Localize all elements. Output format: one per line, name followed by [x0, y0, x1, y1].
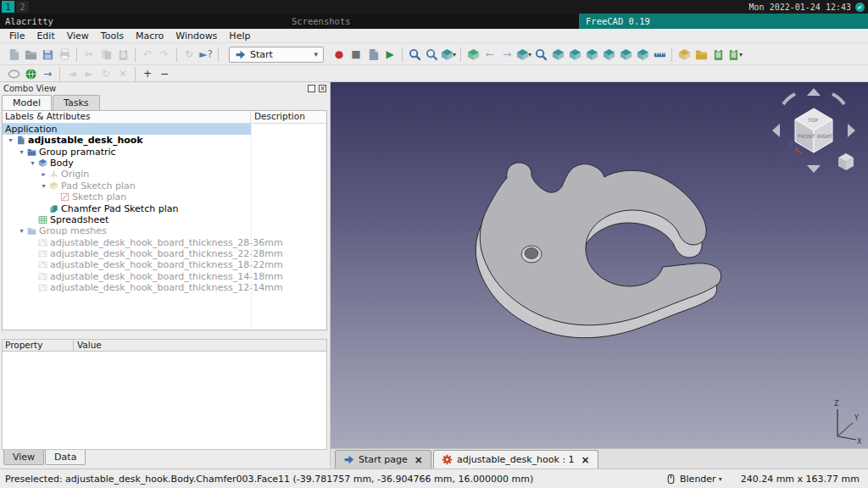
whats-this-button[interactable]: ►? — [198, 46, 214, 63]
view-previous-button[interactable]: ← — [481, 46, 498, 63]
start-page-link-button[interactable]: → — [39, 66, 56, 82]
navcube-arrow-up[interactable] — [807, 88, 821, 96]
view-rear-button[interactable] — [600, 46, 617, 63]
combo-tab-model[interactable]: Model — [2, 95, 52, 110]
menu-windows[interactable]: Windows — [170, 30, 223, 42]
open-document-button[interactable] — [22, 46, 39, 63]
tree-item[interactable]: ▾Body — [3, 158, 326, 169]
menu-tools[interactable]: Tools — [95, 30, 130, 42]
view-right-button[interactable] — [583, 46, 600, 63]
tree-expander-icon[interactable]: ▾ — [28, 159, 37, 167]
zoom-in-button[interactable] — [532, 46, 549, 63]
view-group-button[interactable]: ▾ — [515, 46, 532, 63]
tree-expander-icon[interactable]: ▾ — [17, 227, 26, 235]
folder-icon — [695, 48, 708, 61]
menu-view[interactable]: View — [61, 30, 95, 42]
create-part-button[interactable] — [676, 46, 693, 63]
view-next-button[interactable]: → — [498, 46, 515, 63]
fit-all-button[interactable] — [406, 46, 423, 63]
tree-item[interactable]: adjustable_desk_hook_board_thickness_28-… — [3, 237, 326, 248]
cube-icon — [678, 48, 691, 61]
folder-icon — [27, 147, 36, 157]
draft-ellipse-button[interactable] — [5, 66, 22, 82]
menu-edit[interactable]: Edit — [31, 30, 60, 42]
tree-item[interactable]: ▾Group meshes — [3, 225, 326, 236]
tree-item[interactable]: adjustable_desk_hook_board_thickness_18-… — [3, 259, 326, 270]
tree-item[interactable]: adjustable_desk_hook_board_thickness_14-… — [3, 271, 326, 282]
navcube-cube[interactable]: TOP FRONT RIGHT — [795, 108, 833, 152]
tree-item[interactable]: ▾adjustable_desk_hook — [3, 135, 326, 146]
tree-item[interactable]: adjustable_desk_hook_board_thickness_12-… — [3, 282, 326, 293]
navcube-rotate-left-icon[interactable] — [783, 94, 795, 104]
navcube-arrow-right[interactable] — [848, 124, 855, 137]
status-bar: Preselected: adjustable_desk_hook.Body.C… — [0, 469, 868, 488]
property-tab-data[interactable]: Data — [45, 450, 86, 465]
screw-hole[interactable] — [525, 248, 538, 259]
web-stop-icon: × — [119, 69, 127, 79]
measure-distance-button[interactable] — [651, 46, 668, 63]
tree-item-application[interactable]: Application — [3, 124, 251, 135]
view-front-button[interactable] — [549, 46, 566, 63]
navcube-mini-cube[interactable] — [838, 153, 854, 170]
view-left-button[interactable] — [634, 46, 651, 63]
document-tab[interactable]: adjustable_desk_hook : 1× — [433, 450, 598, 469]
macro-execute-button[interactable]: ▶ — [381, 46, 398, 63]
close-tab-icon[interactable]: × — [581, 454, 590, 466]
menu-file[interactable]: File — [3, 30, 31, 42]
navcube-arrow-down[interactable] — [807, 165, 821, 173]
zoom-in-browser-button[interactable]: + — [139, 66, 156, 82]
make-link-button[interactable] — [709, 46, 726, 63]
property-tab-view[interactable]: View — [3, 450, 44, 465]
workspace-2[interactable]: 2 — [16, 1, 29, 13]
tree-item[interactable]: ▾Group pramatric — [3, 146, 326, 157]
draw-style-button[interactable]: ▾ — [440, 46, 457, 63]
create-group-button[interactable] — [693, 46, 709, 63]
save-document-button[interactable] — [39, 46, 56, 63]
navcube-arrow-left[interactable] — [772, 124, 780, 137]
tree-expander-icon[interactable]: ▾ — [39, 182, 48, 190]
menu-macro[interactable]: Macro — [130, 30, 170, 42]
window-title-bar: Alacritty Screenshots FreeCAD 0.19 — [0, 14, 868, 29]
axis-indicator: Z Y X — [826, 397, 863, 445]
tree-item[interactable]: Chamfer Pad Sketch plan — [3, 202, 326, 214]
link-actions-button[interactable]: ▾ — [726, 46, 743, 63]
tree-expander-icon[interactable]: ▾ — [6, 136, 15, 144]
navigation-style-selector[interactable]: Blender ▾ — [665, 474, 722, 485]
new-document-button[interactable] — [5, 46, 22, 63]
mesh-icon — [38, 249, 47, 258]
combo-view-titlebar[interactable]: Combo View × — [0, 82, 330, 95]
tree-item[interactable]: ▾Pad Sketch plan — [3, 180, 326, 191]
zoom-out-browser-button[interactable]: − — [156, 66, 173, 82]
workspace-1[interactable]: 1 — [2, 1, 14, 13]
close-tab-icon[interactable]: × — [415, 454, 423, 466]
menu-help[interactable]: Help — [223, 30, 256, 42]
open-website-button[interactable] — [22, 66, 39, 82]
macro-record-button[interactable]: ● — [331, 46, 348, 63]
tree-expander-icon[interactable]: ▸ — [39, 170, 48, 178]
float-panel-icon[interactable] — [308, 85, 315, 92]
tree-item[interactable]: Spreadsheet — [3, 214, 326, 225]
close-panel-icon[interactable]: × — [319, 85, 326, 92]
document-tab[interactable]: Start page× — [335, 450, 431, 469]
tree-item[interactable]: ▸Origin — [3, 169, 326, 180]
cube-icon — [552, 48, 565, 61]
view-bottom-button[interactable] — [617, 46, 634, 63]
3d-viewport[interactable]: TOP FRONT RIGHT Z Y X — [331, 82, 868, 448]
start-page-link-icon: → — [43, 69, 52, 79]
tree-item[interactable]: adjustable_desk_hook_board_thickness_22-… — [3, 248, 326, 259]
macro-edit-button[interactable] — [364, 46, 381, 63]
navcube-rotate-right-icon[interactable] — [832, 94, 844, 104]
combo-tab-tasks[interactable]: Tasks — [53, 95, 99, 110]
view-isometric-button[interactable] — [465, 46, 481, 63]
tree-item[interactable]: Sketch plan — [3, 191, 326, 202]
workbench-selector[interactable]: Start▾ — [229, 47, 324, 63]
panel-splitter[interactable] — [0, 330, 330, 339]
fit-selection-button[interactable] — [423, 46, 440, 63]
model-3d-part[interactable] — [476, 163, 721, 338]
view-top-button[interactable] — [566, 46, 583, 63]
navigation-cube[interactable]: TOP FRONT RIGHT — [770, 87, 858, 175]
tree-expander-icon[interactable]: ▾ — [17, 148, 26, 156]
mesh-icon — [38, 272, 47, 281]
macro-stop-button[interactable]: ■ — [348, 46, 364, 63]
workspace-switcher[interactable]: 12 — [2, 1, 29, 13]
